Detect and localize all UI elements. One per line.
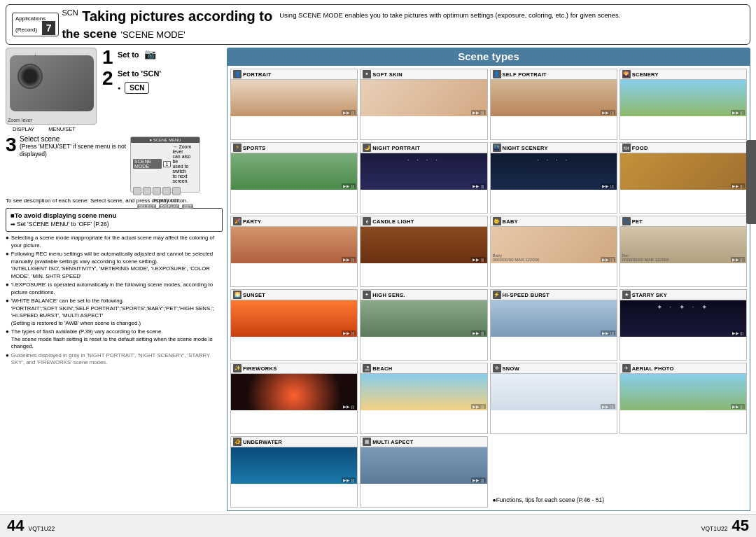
beach-overlay: ▶▶ |||	[471, 404, 485, 409]
step3-area: 3 Select scene (Press 'MENU/SET' if scen…	[6, 135, 223, 193]
scene-mode-label: 'SCENE MODE'	[120, 29, 185, 40]
starry-label-bar: ★ STARRY SKY	[620, 290, 746, 300]
app-badge: Applications (Record) 7	[12, 13, 59, 36]
soft-skin-icon: ✦	[363, 70, 371, 78]
arrow-icon: ➡	[10, 221, 15, 228]
header-subtitle: the scene 'SCENE MODE'	[62, 25, 272, 41]
scene-starry-sky[interactable]: ★ STARRY SKY ✦ · ✦ · ✦ ▶▶ |||	[620, 289, 747, 361]
scene-menu-header-label: ● SCENE MENU	[131, 137, 200, 143]
underwater-icon: 🐠	[233, 438, 241, 446]
camera-area: ↓ ↓ Zoom lever DISPLAY MENU/SET	[6, 48, 97, 132]
food-overlay: ▶▶ |||	[731, 183, 745, 188]
arrow2: ↓	[31, 61, 34, 66]
scene-party[interactable]: 🎉 PARTY ▶▶ |||	[230, 216, 358, 287]
high-sens-icon: ✦	[363, 291, 371, 299]
party-label-bar: 🎉 PARTY	[231, 216, 357, 227]
food-icon: 🍽	[622, 144, 631, 152]
sunset-name: SUNSET	[243, 292, 265, 298]
party-icon: 🎉	[233, 217, 241, 225]
scene-aerial[interactable]: ✈ AERIAL PHOTO ▶▶ |||	[620, 363, 747, 434]
bullet-6: ●	[6, 352, 9, 367]
candle-label-bar: 🕯 CANDLE LIGHT	[360, 216, 486, 227]
scene-underwater[interactable]: 🐠 UNDERWATER ▶▶ |||	[230, 436, 358, 508]
functions-note-area: ●Functions, tips for each scene (P.46 - …	[490, 436, 748, 508]
self-portrait-icon: 👤	[493, 70, 501, 78]
pet-date: Rei0000/00/00 MAR 122006	[622, 253, 669, 262]
page-footer: 44 VQT1U22 VQT1U22 45	[0, 514, 756, 537]
scene-hi-speed[interactable]: ⚡ HI-SPEED BURST ▶▶ |||	[490, 289, 617, 361]
starry-stars: ✦ · ✦ · ✦	[620, 303, 746, 311]
right-column: Scene types 👤 PORTRAIT ▶▶ ||| ✦ SOFT SKI…	[227, 48, 750, 511]
note-5: ● The types of flash available (P.39) va…	[6, 328, 223, 351]
scene-night-scenery[interactable]: 🌃 NIGHT SCENERY ▶▶ ||| · · · ·	[490, 142, 617, 214]
pet-name: PET	[632, 218, 643, 225]
baby-thumb: ▶▶ ||| Baby0000/00/00 MAR 122006	[491, 227, 617, 263]
underwater-name: UNDERWATER	[243, 439, 282, 445]
zoom-lever-label: Zoom lever	[8, 118, 32, 123]
scene-portrait[interactable]: 👤 PORTRAIT ▶▶ |||	[230, 69, 358, 140]
night-scenery-thumb: ▶▶ ||| · · · ·	[491, 153, 617, 190]
note-2-text: Following REC menu settings will be auto…	[11, 251, 223, 280]
beach-label-bar: 🏖 BEACH	[360, 363, 486, 374]
scene-menu-area: ● SCENE MENU SCENE MODE 1 → Zoom leverca…	[130, 137, 200, 193]
soft-skin-name: SOFT SKIN	[372, 71, 402, 78]
left-column: ↓ ↓ Zoom lever DISPLAY MENU/SET 1 Set to	[6, 48, 223, 511]
note-1: ● Selecting a scene mode inappropriate f…	[6, 235, 223, 249]
starry-overlay: ▶▶ |||	[731, 330, 745, 335]
starry-icon: ★	[622, 291, 631, 299]
header-title: SCN Taking pictures according to	[62, 8, 272, 25]
scene-beach[interactable]: 🏖 BEACH ▶▶ |||	[360, 363, 487, 434]
scene-fireworks[interactable]: ✨ FIREWORKS ▶▶ |||	[230, 363, 358, 434]
scene-scenery[interactable]: 🌄 SCENERY ▶▶ |||	[620, 69, 747, 140]
scene-types-header: Scene types	[227, 48, 750, 65]
pet-thumb: ▶▶ ||| Rei0000/00/00 MAR 122006	[620, 227, 746, 263]
step2-content: Set to 'SCN' ● SCN	[118, 69, 161, 95]
portrait-label: PORTRAIT	[131, 197, 200, 204]
step2-label: Set to 'SCN'	[118, 69, 161, 78]
pet-icon: 🐾	[622, 217, 631, 225]
scene-food[interactable]: 🍽 FOOD ▶▶ |||	[620, 142, 747, 214]
select-btn[interactable]: SELECT	[137, 204, 156, 209]
menu-set-label: MENU/SET	[48, 126, 76, 132]
scenery-overlay: ▶▶ |||	[731, 110, 745, 115]
scene-multi-aspect[interactable]: ▦ MULTI ASPECT ▶▶ |||	[360, 436, 487, 508]
pet-overlay: ▶▶ |||	[731, 257, 745, 262]
step1-content: Set to 📷	[118, 48, 156, 60]
scene-sunset[interactable]: 🌅 SUNSET ▶▶ |||	[230, 289, 358, 361]
note-3-text: 'I.EXPOSURE' is operated automatically i…	[11, 281, 223, 296]
night-portrait-thumb: ▶▶ ||| · · · ·	[360, 153, 486, 190]
scenery-thumb: ▶▶ |||	[620, 80, 746, 116]
scene-pet[interactable]: 🐾 PET ▶▶ ||| Rei0000/00/00 MAR 122006	[620, 216, 747, 287]
night-scenery-icon: 🌃	[493, 144, 501, 152]
sunset-thumb: ▶▶ |||	[231, 300, 357, 337]
step2-number: 2	[102, 69, 115, 88]
beach-icon: 🏖	[363, 364, 371, 372]
scene-baby[interactable]: 👶 BABY ▶▶ ||| Baby0000/00/00 MAR 122006	[490, 216, 617, 287]
note-4-text: 'WHITE BALANCE' can be set to the follow…	[11, 298, 214, 327]
display-btn[interactable]: DISPLAY	[159, 204, 179, 209]
scene-candle-light[interactable]: 🕯 CANDLE LIGHT ▶▶ |||	[360, 216, 487, 287]
title-line2: the scene	[62, 27, 116, 41]
header-title-block: SCN Taking pictures according to the sce…	[62, 8, 272, 41]
hi-speed-icon: ⚡	[493, 291, 501, 299]
party-thumb: ▶▶ |||	[231, 227, 357, 263]
camera-bottom-labels: DISPLAY MENU/SET	[6, 126, 76, 132]
vqt-left: VQT1U22	[28, 525, 55, 532]
fireworks-thumb: ▶▶ |||	[231, 374, 357, 410]
scene-snow[interactable]: ❄ SNOW ▶▶ |||	[490, 363, 617, 434]
header-description: Using SCENE MODE enables you to take pic…	[279, 8, 744, 20]
underwater-thumb: ▶▶ |||	[231, 447, 357, 484]
beach-name: BEACH	[372, 365, 392, 372]
scene-sports[interactable]: 🏃 SPORTS ▶▶ |||	[230, 142, 358, 214]
scene-high-sens[interactable]: ✦ HIGH SENS. ▶▶ |||	[360, 289, 487, 361]
scene-soft-skin[interactable]: ✦ SOFT SKIN ▶▶ |||	[360, 69, 487, 140]
scene-icon-3	[153, 187, 161, 195]
soft-skin-overlay: ▶▶ |||	[471, 110, 485, 115]
starry-thumb: ✦ · ✦ · ✦ ▶▶ |||	[620, 300, 746, 337]
scene-night-portrait[interactable]: 🌙 NighT PoRTRAIT ▶▶ ||| · · · ·	[360, 142, 487, 214]
step3-title: Select scene	[20, 135, 126, 143]
title-line1: Taking pictures according to	[82, 8, 272, 24]
set-btn[interactable]: SET	[182, 204, 193, 209]
snow-icon: ❄	[493, 364, 501, 372]
scene-self-portrait[interactable]: 👤 SELF PORTRAIT ▶▶ |||	[490, 69, 617, 140]
